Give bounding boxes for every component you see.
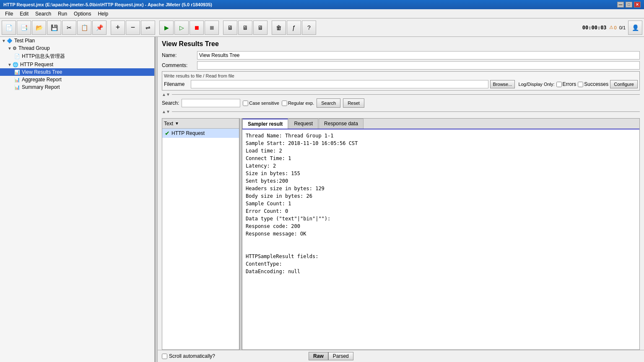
successes-checkbox-label[interactable]: Successes: [578, 81, 608, 87]
toolbar-function-helper[interactable]: ƒ: [287, 21, 301, 35]
toolbar-shutdown[interactable]: ⏹: [205, 21, 219, 35]
toolbar-new[interactable]: 📄: [2, 21, 16, 35]
filename-input[interactable]: [191, 80, 488, 88]
raw-button[interactable]: Raw: [309, 352, 328, 360]
raw-parsed-buttons: Raw Parsed: [309, 352, 353, 360]
minimize-btn[interactable]: —: [617, 2, 624, 8]
case-sensitive-label[interactable]: Case sensitive: [243, 101, 279, 106]
dropdown-arrow[interactable]: ▼: [175, 121, 179, 126]
result-line-2: Load time: 2: [246, 147, 636, 155]
tab-sampler-result[interactable]: Sampler result: [242, 119, 288, 129]
result-success-icon: ✔: [165, 130, 170, 137]
file-row: Filename Browse... Log/Display Only: Err…: [164, 80, 638, 88]
successes-checkbox[interactable]: [578, 82, 583, 87]
configure-button[interactable]: Configure: [610, 80, 638, 88]
toolbar-start-no-pause[interactable]: ▷: [174, 21, 189, 35]
warn-icon: ⚠: [609, 25, 613, 30]
log-display-label: Log/Display Only:: [518, 82, 554, 87]
toolbar-cut[interactable]: ✂: [62, 21, 76, 35]
right-panel: View Results Tree Name: Comments: Write …: [158, 37, 644, 362]
toolbar-right: 00:00:03 ⚠ 0 0/1 👤: [582, 21, 642, 35]
menu-options[interactable]: Options: [70, 10, 94, 18]
toolbar-open[interactable]: 📂: [32, 21, 46, 35]
search-button[interactable]: Search: [317, 98, 340, 108]
expand-icon-tg: ▼: [8, 46, 12, 51]
maximize-btn[interactable]: □: [626, 2, 632, 8]
tab-request[interactable]: Request: [288, 119, 318, 129]
result-item-http-request[interactable]: ✔ HTTP Request: [162, 129, 239, 138]
toolbar-remote-exit[interactable]: 🖥: [253, 21, 267, 35]
tree-item-http-header[interactable]: 📄 HTTP信息头管理器: [0, 52, 154, 61]
result-line-13: Response message: OK: [246, 230, 636, 238]
menu-edit[interactable]: Edit: [16, 10, 32, 18]
name-row: Name:: [162, 51, 640, 59]
reset-button[interactable]: Reset: [343, 98, 364, 108]
tree-item-thread-group[interactable]: ▼ ⚙ Thread Group: [0, 44, 154, 52]
toolbar-save[interactable]: 💾: [47, 21, 61, 35]
tree-item-summary-report[interactable]: 📊 Summary Report: [0, 83, 154, 91]
test-plan-icon: 🔷: [7, 38, 13, 44]
divider-row-1: ▲▼: [162, 92, 640, 97]
regular-exp-checkbox[interactable]: [282, 101, 287, 106]
view-results-icon: 📊: [14, 70, 20, 75]
result-line-12: Response code: 200: [246, 222, 636, 230]
case-sensitive-checkbox[interactable]: [243, 101, 248, 106]
search-label: Search:: [162, 100, 179, 106]
bottom-bar: Scroll automatically? Raw Parsed: [158, 350, 644, 362]
divider-line-2: [172, 111, 640, 112]
toolbar: 📄 📑 📂 💾 ✂ 📋 📌 + − ⇌ ▶ ▷ ⏹ ⏹ 🖥 🖥 🖥 🗑 ƒ ? …: [0, 18, 644, 37]
close-btn[interactable]: ✕: [634, 2, 641, 8]
tree-item-aggregate-report[interactable]: 📊 Aggregate Report: [0, 76, 154, 83]
errors-checkbox-label[interactable]: Errors: [556, 81, 576, 87]
toolbar-remove[interactable]: −: [126, 21, 140, 35]
errors-label: Errors: [563, 81, 576, 87]
result-line-1: Sample Start: 2018-11-10 16:05:56 CST: [246, 140, 636, 147]
menu-bar: File Edit Search Run Options Help: [0, 9, 644, 18]
errors-checkbox[interactable]: [556, 82, 562, 87]
parsed-button[interactable]: Parsed: [328, 352, 353, 360]
tree-label-http-request: HTTP Request: [20, 62, 53, 67]
toolbar-templates[interactable]: 📑: [17, 21, 31, 35]
toolbar-help[interactable]: ?: [302, 21, 316, 35]
comments-input[interactable]: [197, 61, 640, 70]
http-header-icon: 📄: [14, 54, 20, 59]
menu-run[interactable]: Run: [55, 10, 70, 18]
results-header-text: Text: [164, 121, 173, 127]
menu-help[interactable]: Help: [94, 10, 112, 18]
results-list: Text ▼ ✔ HTTP Request: [162, 118, 239, 350]
toolbar-toggle[interactable]: ⇌: [141, 21, 155, 35]
tree-item-test-plan[interactable]: ▼ 🔷 Test Plan: [0, 37, 154, 44]
toolbar-clear[interactable]: 🗑: [272, 21, 286, 35]
result-line-14: HTTPSampleResult fields:: [246, 253, 636, 260]
result-line-16: DataEncoding: null: [246, 268, 636, 275]
toolbar-remote-stop[interactable]: 🖥: [238, 21, 252, 35]
browse-button[interactable]: Browse...: [490, 80, 515, 88]
scroll-check-label[interactable]: Scroll automatically?: [162, 353, 215, 359]
toolbar-copy[interactable]: 📋: [77, 21, 91, 35]
toolbar-stop[interactable]: ⏹: [190, 21, 204, 35]
menu-file[interactable]: File: [2, 10, 16, 18]
search-row: Search: Case sensitive Regular exp. Sear…: [162, 98, 640, 108]
result-line-7: Headers size in bytes: 129: [246, 185, 636, 192]
tree-item-http-request[interactable]: ▼ 🌐 HTTP Request: [0, 61, 154, 68]
scroll-checkbox[interactable]: [162, 354, 167, 359]
name-input[interactable]: [197, 51, 640, 59]
result-line-15: ContentType:: [246, 260, 636, 268]
menu-search[interactable]: Search: [32, 10, 55, 18]
toolbar-remote-start[interactable]: 🖥: [223, 21, 237, 35]
result-line-9: Sample Count: 1: [246, 200, 636, 207]
divider-line: [172, 94, 640, 95]
title-bar-text: HTTP Request.jmx (E:\apache-jmeter-5.0\b…: [3, 2, 212, 7]
tab-response-data[interactable]: Response data: [319, 119, 364, 129]
tree-item-view-results-tree[interactable]: 📊 View Results Tree: [0, 68, 154, 76]
result-line-3: Connect Time: 1: [246, 155, 636, 162]
toolbar-avatar[interactable]: 👤: [628, 21, 642, 35]
toolbar-start[interactable]: ▶: [159, 21, 174, 35]
main-layout: ▼ 🔷 Test Plan ▼ ⚙ Thread Group 📄 HTTP信息头…: [0, 37, 644, 362]
search-input[interactable]: [182, 99, 240, 107]
regular-exp-label[interactable]: Regular exp.: [282, 101, 314, 106]
tree-label-test-plan: Test Plan: [14, 38, 35, 44]
toolbar-add[interactable]: +: [111, 21, 125, 35]
divider-arrows-2: ▲▼: [162, 109, 170, 114]
toolbar-paste[interactable]: 📌: [92, 21, 106, 35]
